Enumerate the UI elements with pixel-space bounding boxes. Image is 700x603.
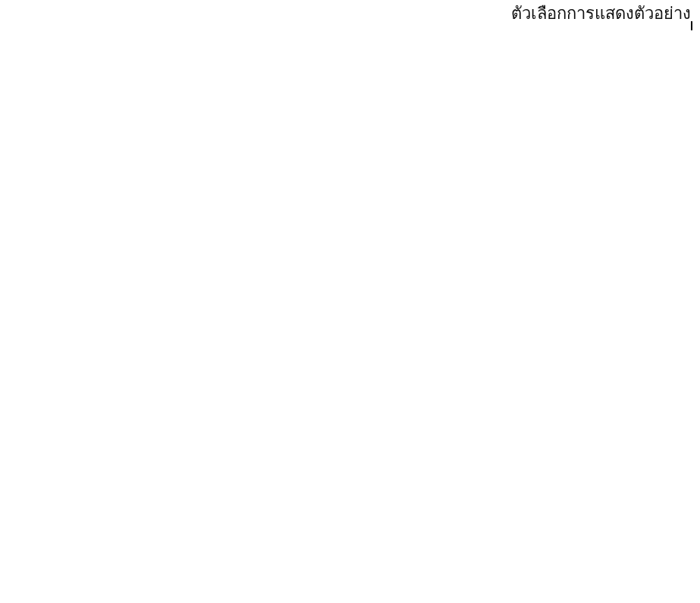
callout-preview-options: ตัวเลือกการแสดงตัวอย่าง — [511, 0, 691, 27]
callout-line — [691, 21, 692, 30]
